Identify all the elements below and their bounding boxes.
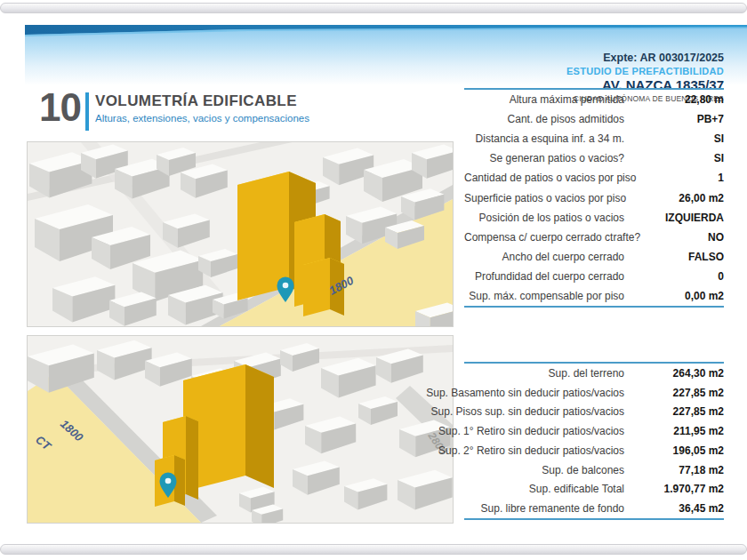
row-value: SI <box>624 132 724 145</box>
row-value: 77,18 m2 <box>624 464 724 476</box>
row-label: Sup. libre remanente de fondo <box>382 502 624 515</box>
row-label: Se generan patios o vacios? <box>464 152 624 164</box>
top-scrollbar[interactable] <box>0 3 747 13</box>
row-label: Sup. edificable Total <box>382 483 624 495</box>
row-label: Sup. de balcones <box>382 464 624 476</box>
table-row: Sup. libre remanente de fondo 36,45 m2 <box>382 499 724 518</box>
table-row: Sup. máx. compensable por piso 0,00 m2 <box>464 286 724 306</box>
row-label: Posición de los patios o vacios <box>464 212 624 224</box>
banner-swoosh <box>25 25 747 39</box>
header-banner: Expte: AR 003017/2025 ESTUDIO DE PREFACT… <box>25 25 747 85</box>
table-row: Cant. de pisos admitidos PB+7 <box>464 109 724 129</box>
table-row: Altura máxima permitida 22,80 m <box>464 90 724 109</box>
row-label: Distancia a esquina inf. a 34 m. <box>464 132 624 145</box>
table1-bottom-rule <box>464 306 724 308</box>
row-value: 1 <box>636 172 724 184</box>
section-divider <box>85 92 89 131</box>
row-value: 211,95 m2 <box>624 425 724 437</box>
expediente-number: Expte: AR 003017/2025 <box>566 52 724 66</box>
row-value: 36,45 m2 <box>624 502 724 515</box>
map-view-street-side: 1800 <box>27 141 454 327</box>
table-row: Posición de los patios o vacios IZQUIERD… <box>464 208 724 228</box>
row-label: Sup. máx. compensable por piso <box>464 290 624 302</box>
row-label: Ancho del cuerpo cerrado <box>464 251 624 263</box>
report-page: Expte: AR 003017/2025 ESTUDIO DE PREFACT… <box>0 0 747 560</box>
row-label: Sup. 1° Retiro sin deducir patios/vacios <box>382 425 624 437</box>
row-value: 1.970,77 m2 <box>624 483 724 495</box>
row-label: Profundidad del cuerpo cerrado <box>464 270 624 283</box>
table-row: Superficie patios o vacios por piso 26,0… <box>464 188 724 207</box>
row-value: 0,00 m2 <box>624 290 724 302</box>
row-value: IZQUIERDA <box>624 212 724 224</box>
parameters-table: Altura máxima permitida 22,80 m Cant. de… <box>464 90 724 306</box>
row-value: FALSO <box>624 251 724 263</box>
table-row: Compensa c/ cuerpo cerrado ctrafte? NO <box>464 228 724 247</box>
table-row: Sup. Pisos sup. sin deducir patios/vacio… <box>382 403 724 422</box>
row-value: 227,85 m2 <box>624 387 724 399</box>
row-value: 0 <box>624 270 724 283</box>
row-value: PB+7 <box>624 113 724 125</box>
row-label: Cantidad de patios o vacios por piso <box>464 172 636 184</box>
table2-bottom-rule <box>464 518 724 520</box>
table-row: Cantidad de patios o vacios por piso 1 <box>464 168 724 188</box>
row-value: 196,05 m2 <box>624 444 724 457</box>
row-label: Altura máxima permitida <box>464 93 624 106</box>
row-value: 227,85 m2 <box>624 405 724 418</box>
table-row: Sup. Basamento sin deducir patios/vacios… <box>382 383 724 403</box>
row-label: Sup. del terreno <box>382 367 624 380</box>
table-row: Sup. de balcones 77,18 m2 <box>382 460 724 480</box>
row-label: Sup. Pisos sup. sin deducir patios/vacio… <box>382 405 624 418</box>
row-value: NO <box>640 231 724 244</box>
row-label: Compensa c/ cuerpo cerrado ctrafte? <box>464 231 640 244</box>
row-value: 22,80 m <box>624 93 724 106</box>
row-value: SI <box>624 152 724 164</box>
table-row: Sup. 2° Retiro sin deducir patios/vacios… <box>382 441 724 460</box>
row-value: 264,30 m2 <box>624 367 724 380</box>
surfaces-table: Sup. del terreno 264,30 m2 Sup. Basament… <box>382 364 724 518</box>
row-value: 26,00 m2 <box>626 192 724 204</box>
table-row: Se generan patios o vacios? SI <box>464 148 724 168</box>
row-label: Cant. de pisos admitidos <box>464 113 624 125</box>
section-title: VOLUMETRÍA EDIFICABLE <box>95 92 297 110</box>
map1-render: 1800 <box>28 142 453 326</box>
table-row: Sup. 1° Retiro sin deducir patios/vacios… <box>382 421 724 441</box>
table-row: Sup. del terreno 264,30 m2 <box>382 364 724 383</box>
row-label: Sup. Basamento sin deducir patios/vacios <box>382 387 624 399</box>
study-type: ESTUDIO DE PREFACTIBILIDAD <box>566 66 724 78</box>
section-number: 10 <box>39 85 81 130</box>
bottom-scrollbar[interactable] <box>0 544 747 555</box>
row-label: Superficie patios o vacios por piso <box>464 192 626 204</box>
table-row: Distancia a esquina inf. a 34 m. SI <box>464 129 724 148</box>
table-row: Profundidad del cuerpo cerrado 0 <box>464 267 724 286</box>
table-row: Ancho del cuerpo cerrado FALSO <box>464 247 724 267</box>
table-row: Sup. edificable Total 1.970,77 m2 <box>382 480 724 500</box>
row-label: Sup. 2° Retiro sin deducir patios/vacios <box>382 444 624 457</box>
section-subtitle: Alturas, extensiones, vacios y compensac… <box>95 113 309 124</box>
